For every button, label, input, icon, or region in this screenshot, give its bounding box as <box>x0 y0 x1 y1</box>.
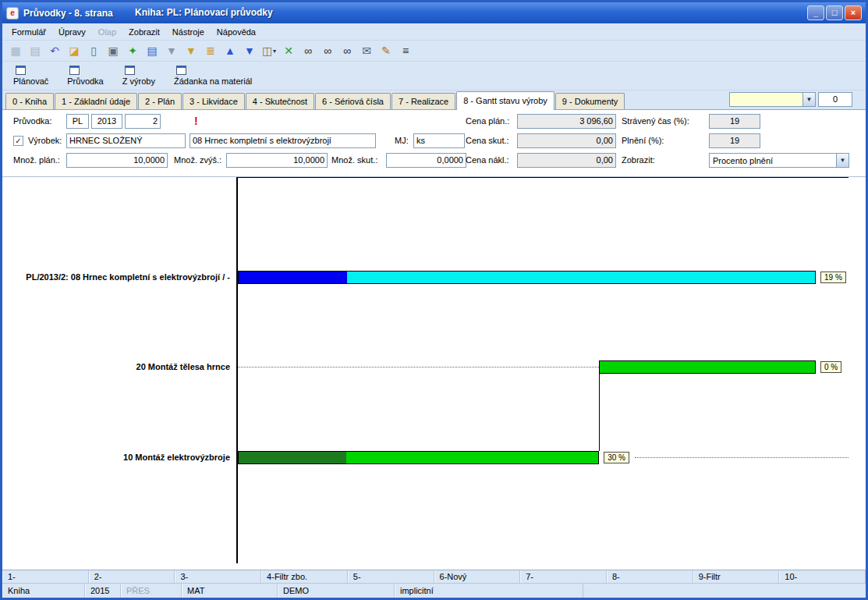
chevron-down-icon[interactable]: ▼ <box>836 154 849 167</box>
status-cell-year: 2015 <box>85 584 121 598</box>
tab-zakladni-udaje[interactable]: 1 - Základní údaje <box>55 93 137 109</box>
toolbar: ▦▤↶◪▯▣✦▤▼▼≣▲▼◫▾✕∞∞∞✉✎≡ <box>2 41 866 62</box>
arrow-up-icon[interactable]: ▲ <box>221 42 239 59</box>
arrow-down-icon[interactable]: ▼ <box>241 42 258 59</box>
fkey-10[interactable]: 10- <box>779 570 866 583</box>
tab-bar: 0 - Kniha1 - Základní údaje2 - Plán3 - L… <box>2 91 866 110</box>
binoculars-next-icon[interactable]: ∞ <box>338 42 356 59</box>
new-document-icon[interactable]: ▯ <box>85 42 102 59</box>
fkey-2[interactable]: 2- <box>89 570 175 583</box>
layers-icon[interactable]: ≣ <box>202 42 219 59</box>
package-icon[interactable]: ◫▾ <box>260 42 278 59</box>
mj-field[interactable]: ks <box>413 133 465 148</box>
status-cell-implicit: implicitní <box>395 584 583 598</box>
filter-edit-icon[interactable]: ▼ <box>182 42 200 59</box>
menu-napoveda[interactable]: Nápověda <box>211 25 262 39</box>
zobrazit-combo[interactable]: Procento plnění ▼ <box>709 153 849 168</box>
tab-dokumenty[interactable]: 9 - Dokumenty <box>555 93 625 109</box>
fkey-7[interactable]: 7- <box>520 570 607 583</box>
fkey-5[interactable]: 5- <box>348 570 434 583</box>
fkey-4[interactable]: 4-Filtr zbo. <box>261 570 348 583</box>
gantt-percent-label: 30 % <box>604 452 629 463</box>
window-controls: _□× <box>807 5 862 20</box>
header-form: Průvodka: PL 2013 2 ! Cena plán.: 3 096,… <box>2 110 866 177</box>
menu-bar: FormulářÚpravyOlapZobrazitNástrojeNápově… <box>2 23 866 41</box>
gantt-dotted-line <box>635 457 849 458</box>
gantt-bar[interactable] <box>238 271 816 284</box>
binoculars-icon[interactable]: ∞ <box>299 42 317 59</box>
tab-plan[interactable]: 2 - Plán <box>138 93 182 109</box>
mnoz-zvys-field[interactable]: 10,0000 <box>226 153 328 168</box>
copy-icon[interactable]: ▣ <box>105 42 122 59</box>
mail-icon[interactable]: ✉ <box>358 42 375 59</box>
open-folder-icon[interactable]: ◪ <box>66 42 83 59</box>
gantt-row-label: 10 Montáž elektrovýzbroje <box>2 453 230 463</box>
status-cell-mat: MAT <box>182 584 278 598</box>
mnoz-skut-field: 0,0000 <box>386 153 466 168</box>
planovac-button[interactable]: Plánovač <box>10 64 56 87</box>
gantt-bar[interactable] <box>238 451 599 464</box>
fkey-8[interactable]: 8- <box>607 570 693 583</box>
pruvodka-year-field[interactable]: 2013 <box>91 114 122 129</box>
menu-zobrazit[interactable]: Zobrazit <box>122 25 166 39</box>
menu-olap: Olap <box>92 25 122 39</box>
fkey-3[interactable]: 3- <box>175 570 261 583</box>
tab-seriova-cisla[interactable]: 6 - Sériová čísla <box>315 93 391 109</box>
form-icon <box>125 66 135 75</box>
lock-icon[interactable]: ✦ <box>124 42 141 59</box>
pruvodka-label: Průvodka: <box>13 114 52 129</box>
list-icon[interactable]: ≡ <box>397 42 414 59</box>
close-button[interactable]: × <box>845 5 862 20</box>
menu-upravy[interactable]: Úpravy <box>52 25 92 39</box>
cena-nakl-label: Cena nákl.: <box>466 153 509 168</box>
filter-icon[interactable]: ▼ <box>163 42 180 59</box>
menu-nastroje[interactable]: Nástroje <box>166 25 211 39</box>
pruvodka-number-field[interactable]: 2 <box>125 114 161 129</box>
menu-formular[interactable]: Formulář <box>5 25 52 39</box>
mnoz-plan-field[interactable]: 10,0000 <box>66 153 168 168</box>
fkey-9[interactable]: 9-Filtr <box>693 570 780 583</box>
restore-button[interactable]: □ <box>826 5 843 20</box>
straveny-cas-label: Strávený čas (%): <box>622 114 689 129</box>
status-cell-demo: DEMO <box>278 584 395 598</box>
z-vyroby-button[interactable]: Z výroby <box>119 64 163 87</box>
cancel-icon[interactable]: ✕ <box>280 42 297 59</box>
tab-filter-combo[interactable]: ▼ <box>729 92 816 107</box>
plneni-label: Plnění (%): <box>622 133 664 148</box>
pruvodka-button[interactable]: Průvodka <box>64 64 111 87</box>
zadanka-na-material-label: Žádanka na materiál <box>174 76 252 86</box>
notes-icon[interactable]: ✎ <box>377 42 395 59</box>
gantt-bar[interactable] <box>599 360 816 374</box>
form-icon <box>16 66 26 75</box>
gantt-bar-segment-planned <box>346 452 598 463</box>
tab-skutecnost[interactable]: 4 - Skutečnost <box>246 93 314 109</box>
straveny-cas-field: 19 <box>709 114 760 129</box>
vyrobek-checkbox[interactable]: ✓ <box>13 136 23 146</box>
gantt-row-label: PL/2013/2: 08 Hrnec kompletní s elektrov… <box>2 272 230 282</box>
title-bar: e Průvodky - 8. strana Kniha: PL: Plánov… <box>2 2 866 23</box>
tab-kniha[interactable]: 0 - Kniha <box>5 93 54 109</box>
fkey-1[interactable]: 1- <box>2 570 89 583</box>
tab-realizace[interactable]: 7 - Realizace <box>391 93 455 109</box>
pruvodka-book-field[interactable]: PL <box>66 114 89 129</box>
form-icon <box>176 66 186 75</box>
planovac-label: Plánovač <box>13 76 48 86</box>
window-subtitle: Kniha: PL: Plánovací průvodky <box>135 2 273 23</box>
tab-gantt-stavu-vyroby[interactable]: 8 - Gantt stavu výroby <box>456 91 554 110</box>
tab-likvidace[interactable]: 3 - Likvidace <box>182 93 245 109</box>
undo-icon[interactable]: ↶ <box>46 42 63 59</box>
fkey-6[interactable]: 6-Nový <box>434 570 521 583</box>
binoculars-book-icon[interactable]: ∞ <box>319 42 336 59</box>
dropdown-caret-icon[interactable]: ▾ <box>273 48 276 55</box>
gantt-bar-segment-planned <box>347 272 815 283</box>
gantt-bar-segment-done <box>239 452 346 463</box>
chevron-down-icon[interactable]: ▼ <box>802 93 815 106</box>
record-count-field[interactable]: 0 <box>818 92 852 107</box>
vyrobek-name-field[interactable]: 08 Hrnec kompletní s elektrovýzbrojí <box>190 133 376 148</box>
cena-plan-field: 3 096,60 <box>517 114 616 129</box>
zadanka-na-material-button[interactable]: Žádanka na materiál <box>171 64 260 87</box>
vyrobek-code-field[interactable]: HRNEC SLOŽENÝ <box>66 133 186 148</box>
book-icon[interactable]: ▤ <box>143 42 161 59</box>
minimize-button[interactable]: _ <box>807 5 824 20</box>
mnoz-skut-label: Množ. skut.: <box>331 153 377 168</box>
